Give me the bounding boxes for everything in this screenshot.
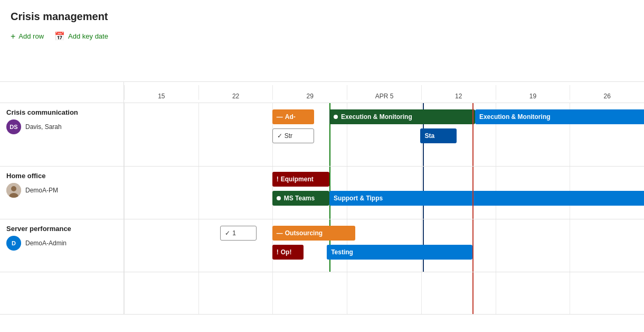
today-line-empty xyxy=(472,272,473,314)
home-person-name: DemoA-PM xyxy=(25,187,58,194)
date-26: 26 xyxy=(570,85,644,100)
date-29: 29 xyxy=(272,85,347,100)
left-row-crisis: Crisis communication DS Davis, Sarah xyxy=(0,103,124,167)
date-apr5: APR 5 xyxy=(347,85,421,100)
chart-row-crisis: — Ad- ✓ Str Execution & Monitoring Sta xyxy=(124,103,644,167)
avatar-server: D xyxy=(6,236,21,251)
bar-outsourcing[interactable]: — Outsourcing xyxy=(272,226,356,241)
timeline-header: MS Teams Roll out Assessment 15 22 29 AP… xyxy=(124,82,644,103)
home-person: DemoA-PM xyxy=(6,183,117,198)
crisis-person: DS Davis, Sarah xyxy=(6,119,117,134)
crisis-person-name: Davis, Sarah xyxy=(25,123,62,131)
gantt-container: Crisis communication DS Davis, Sarah Hom… xyxy=(0,81,644,315)
toolbar: + Add row 📅 Add key date xyxy=(0,31,644,50)
left-panel: Crisis communication DS Davis, Sarah Hom… xyxy=(0,82,124,315)
bar-dot xyxy=(334,115,338,119)
right-panel: MS Teams Roll out Assessment 15 22 29 AP… xyxy=(124,82,644,315)
crisis-title: Crisis communication xyxy=(6,108,117,116)
bar-execution-monitoring-1[interactable]: Execution & Monitoring xyxy=(329,109,475,124)
server-title: Server performance xyxy=(6,225,117,233)
home-title: Home office xyxy=(6,172,117,180)
server-person: D DemoA-Admin xyxy=(6,236,117,251)
plus-icon: + xyxy=(11,32,15,41)
bar-ms-teams[interactable]: MS Teams xyxy=(272,191,329,206)
bar-sta[interactable]: Sta xyxy=(420,128,457,143)
calendar-icon: 📅 xyxy=(54,31,65,41)
page-title: Crisis management xyxy=(0,11,644,31)
date-15: 15 xyxy=(124,85,198,100)
bar-equipment[interactable]: ! Equipment xyxy=(272,172,329,187)
bar-execution-monitoring-2[interactable]: Execution & Monitoring xyxy=(475,109,644,124)
add-row-button[interactable]: + Add row xyxy=(11,32,44,41)
chart-row-empty xyxy=(124,272,644,315)
avatar-home xyxy=(6,183,21,198)
left-row-server: Server performance D DemoA-Admin xyxy=(0,219,124,272)
chart-row-server: ✓ 1 — Outsourcing ! Op! Testing xyxy=(124,219,644,272)
left-row-home: Home office DemoA-PM xyxy=(0,167,124,219)
left-row-empty xyxy=(0,272,124,315)
bar-str[interactable]: ✓ Str xyxy=(272,128,314,143)
bar-ad[interactable]: — Ad- xyxy=(272,109,314,124)
today-line-home xyxy=(472,167,473,219)
today-line-crisis xyxy=(472,103,473,166)
bar-dot xyxy=(277,196,281,200)
bar-support-tipps[interactable]: Support & Tipps xyxy=(329,191,644,206)
bar-testing[interactable]: Testing xyxy=(327,245,472,260)
grid-empty xyxy=(124,272,644,314)
add-key-date-button[interactable]: 📅 Add key date xyxy=(54,31,108,41)
chart-row-home: ! Equipment MS Teams Support & Tipps xyxy=(124,167,644,219)
date-12: 12 xyxy=(421,85,496,100)
svg-point-1 xyxy=(11,186,16,191)
today-line-server xyxy=(472,219,473,272)
timeline-dates: 15 22 29 APR 5 12 19 26 xyxy=(124,85,644,100)
bar-check-1[interactable]: ✓ 1 xyxy=(220,226,257,241)
bar-op[interactable]: ! Op! xyxy=(272,245,304,260)
left-header xyxy=(0,82,124,103)
date-22: 22 xyxy=(198,85,273,100)
page: Crisis management + Add row 📅 Add key da… xyxy=(0,0,644,332)
date-19: 19 xyxy=(496,85,570,100)
server-person-name: DemoA-Admin xyxy=(25,239,67,247)
avatar-crisis: DS xyxy=(6,119,21,134)
